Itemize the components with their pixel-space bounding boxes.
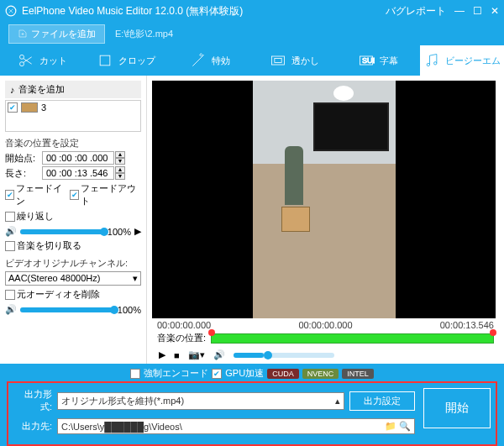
start-stepper[interactable]: ▲▼ [115,151,125,165]
music-position-heading: 音楽の位置を設定 [5,137,141,150]
output-panel: 強制エンコード ✔GPU加速 CUDA NVENC INTEL 出力形式: オリ… [0,364,504,446]
app-logo-icon [5,5,17,17]
dest-label: 出力先: [13,420,52,433]
timeline-labels: 00:00:00.000 00:00:00.000 00:00:13.546 [147,320,504,330]
preview-volume-slider[interactable] [234,353,334,358]
tv-in-frame [313,102,389,151]
start-label: 開始点: [5,152,42,165]
crop-icon [97,52,113,69]
force-encode-checkbox[interactable] [130,369,140,379]
music-item[interactable]: ✔ 3 [8,102,139,113]
cuda-badge: CUDA [267,369,299,379]
watermark-icon [270,52,286,69]
svg-point-9 [434,62,437,65]
add-music-button[interactable]: ♪ 音楽を追加 [5,81,141,98]
tab-subtitle[interactable]: SUB字幕 [336,45,420,76]
svg-point-8 [427,63,429,66]
minimize-button[interactable]: — [454,5,465,17]
stop-button[interactable]: ■ [174,350,180,360]
length-label: 長さ: [5,167,42,180]
play-button[interactable]: ▶ [159,349,165,360]
gpu-checkbox[interactable]: ✔ [212,369,222,379]
format-label: 出力形式: [13,388,52,413]
volume-icon: 🔊 [5,226,17,237]
start-time-input[interactable]: 00 :00 :00 .000 [42,151,114,165]
add-file-icon [18,29,28,39]
preview-volume-icon: 🔊 [213,349,225,360]
chevron-up-icon: ▴ [335,396,340,407]
scissors-icon [18,52,34,69]
orig-volume-value: 100% [118,305,141,315]
svg-rect-5 [274,59,281,63]
video-preview[interactable] [152,81,496,318]
svg-text:SUB: SUB [362,56,375,65]
window-title: EelPhone Video Music Editor 12.0.0 (無料体験… [22,4,377,18]
speech-bubble-overlay [333,86,354,101]
search-icon[interactable]: 🔍 [399,421,411,431]
playback-controls: ▶ ■ 📷▾ 🔊 [147,346,504,364]
music-sidebar: ♪ 音楽を追加 ✔ 3 音楽の位置を設定 開始点:00 :00 :00 .000… [0,76,147,364]
fadeout-checkbox[interactable]: ✔ [70,190,79,200]
music-item-name: 3 [41,102,46,113]
fadein-checkbox[interactable]: ✔ [5,190,14,200]
tab-effect[interactable]: 特効 [168,45,252,76]
length-stepper[interactable]: ▲▼ [115,166,125,180]
add-file-button[interactable]: ファイルを追加 [8,24,105,44]
start-button[interactable]: 開始 [423,388,491,428]
repeat-checkbox[interactable] [5,212,15,222]
tab-crop[interactable]: クロップ [84,45,168,76]
output-dest-input[interactable]: C:\Users\y██████g\Videos\📁 🔍 [57,418,415,434]
tab-cut[interactable]: カット [0,45,84,76]
orig-channel-label: ビデオオリジナルチャンネル: [5,257,141,270]
add-file-label: ファイルを追加 [31,28,96,40]
orig-volume-slider[interactable] [20,307,114,312]
music-icon [423,52,440,69]
marker-end[interactable] [490,329,496,336]
stool-in-frame [281,207,310,232]
length-input[interactable]: 00 :00 :13 .546 [42,166,114,180]
svg-rect-4 [271,56,284,65]
tab-watermark[interactable]: 透かし [252,45,336,76]
output-settings-button[interactable]: 出力設定 [349,391,415,411]
wand-icon [190,52,207,69]
snapshot-button[interactable]: 📷▾ [188,349,205,360]
volume2-icon: 🔊 [5,304,17,315]
bug-report-link[interactable]: バグレポート [386,4,446,18]
music-volume-value: 100% [108,227,131,237]
output-box: 出力形式: オリジナル形式を維持(*.mp4)▴ 出力設定 出力先: C:\Us… [7,381,497,446]
tab-bgm[interactable]: ビージーエム [420,45,504,76]
preview-panel: 00:00:00.000 00:00:00.000 00:00:13.546 音… [147,76,504,364]
marker-start[interactable] [208,329,215,336]
feature-tabs: カット クロップ 特効 透かし SUB字幕 ビージーエム [0,45,504,76]
chevron-down-icon: ▾ [133,273,138,284]
subtitle-icon: SUB [358,52,375,69]
music-thumb [21,102,38,113]
music-position-track[interactable] [211,333,494,344]
person-in-frame [285,146,303,205]
note-icon: ♪ [10,85,15,95]
maximize-button[interactable]: ☐ [473,5,482,17]
video-frame [253,81,396,318]
play-icon[interactable]: ▶ [134,226,141,237]
delete-orig-checkbox[interactable] [5,290,15,300]
folder-icon[interactable]: 📁 [385,421,396,431]
music-item-checkbox[interactable]: ✔ [8,102,18,113]
codec-select[interactable]: AAC(Stereo 48000Hz)▾ [5,271,141,286]
music-volume-slider[interactable] [20,229,104,234]
close-button[interactable]: ✕ [491,5,499,17]
trim-checkbox[interactable] [5,241,15,251]
music-list[interactable]: ✔ 3 [5,100,141,132]
nvenc-badge: NVENC [302,369,339,379]
current-file-path: E:\绝影\2.mp4 [115,28,173,40]
svg-rect-3 [100,55,110,66]
music-pos-label: 音楽の位置: [157,332,206,344]
file-toolbar: ファイルを追加 E:\绝影\2.mp4 [0,22,504,45]
output-format-select[interactable]: オリジナル形式を維持(*.mp4)▴ [57,392,344,410]
intel-badge: INTEL [342,369,374,379]
titlebar: EelPhone Video Music Editor 12.0.0 (無料体験… [0,0,504,22]
